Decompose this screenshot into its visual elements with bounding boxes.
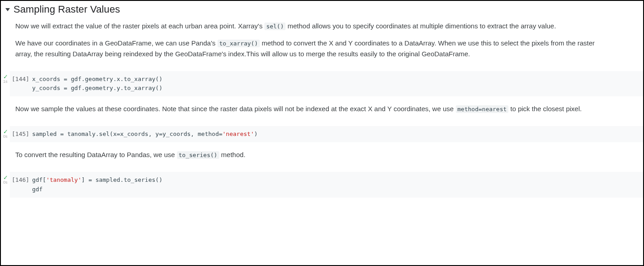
- text: We have our coordinates in a GeoDataFram…: [15, 39, 218, 47]
- text: To convert the resulting DataArray to Pa…: [15, 151, 177, 158]
- markdown-cell[interactable]: Now we will extract the value of the ras…: [1, 16, 643, 68]
- code-cell[interactable]: ✓ 0s [146] gdf['tanomaly'] = sampled.to_…: [1, 172, 643, 197]
- text: method.: [219, 151, 245, 158]
- code-cell[interactable]: ✓ 1s [144] x_coords = gdf.geometry.x.to_…: [1, 71, 643, 96]
- cell-duration: 1s: [3, 79, 8, 84]
- code-body: sampled = tanomaly.sel(x=x_coords, y=y_c…: [32, 130, 258, 139]
- code-area[interactable]: [144] x_coords = gdf.geometry.x.to_xarra…: [10, 71, 643, 96]
- text: to pick the closest pixel.: [508, 105, 582, 113]
- code-body: x_coords = gdf.geometry.x.to_xarray() y_…: [32, 75, 163, 93]
- inline-code: to_xarray(): [218, 40, 260, 47]
- code-area[interactable]: [146] gdf['tanomaly'] = sampled.to_serie…: [10, 172, 643, 197]
- cell-number: [144]: [12, 75, 32, 93]
- cell-gutter[interactable]: ✓ 0s: [1, 126, 10, 142]
- collapse-triangle-icon[interactable]: [5, 8, 10, 11]
- markdown-cell[interactable]: To convert the resulting DataArray to Pa…: [1, 145, 643, 169]
- code-cell[interactable]: ✓ 0s [145] sampled = tanomaly.sel(x=x_co…: [1, 126, 643, 142]
- inline-code: sel(): [264, 23, 286, 30]
- code-area[interactable]: [145] sampled = tanomaly.sel(x=x_coords,…: [10, 126, 643, 142]
- section-header[interactable]: Sampling Raster Values: [1, 4, 643, 16]
- markdown-cell[interactable]: Now we sample the values at these coordi…: [1, 99, 643, 123]
- text: method allows you to specify coordinates…: [286, 22, 556, 30]
- paragraph: Now we will extract the value of the ras…: [15, 21, 603, 32]
- text: Now we will extract the value of the ras…: [15, 22, 264, 30]
- notebook-section: Sampling Raster Values Now we will extra…: [1, 1, 643, 204]
- code-body: gdf['tanomaly'] = sampled.to_series() gd…: [32, 176, 163, 194]
- cell-gutter[interactable]: ✓ 0s: [1, 172, 10, 197]
- cell-duration: 0s: [3, 134, 8, 139]
- paragraph: We have our coordinates in a GeoDataFram…: [15, 38, 603, 59]
- cell-number: [146]: [12, 176, 32, 194]
- text: Now we sample the values at these coordi…: [15, 105, 456, 113]
- inline-code: to_series(): [177, 151, 219, 159]
- inline-code: method=nearest: [456, 105, 509, 113]
- paragraph: Now we sample the values at these coordi…: [15, 104, 603, 114]
- paragraph: To convert the resulting DataArray to Pa…: [15, 149, 603, 160]
- cell-duration: 0s: [3, 180, 8, 185]
- cell-gutter[interactable]: ✓ 1s: [1, 71, 10, 96]
- cell-number: [145]: [12, 130, 32, 139]
- section-title: Sampling Raster Values: [14, 4, 120, 15]
